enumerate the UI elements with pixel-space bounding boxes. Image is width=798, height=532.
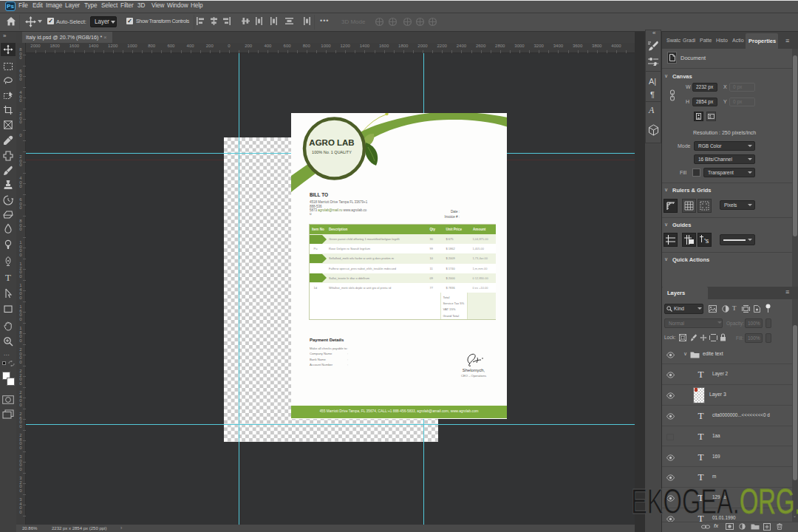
svg-text:’s: ’s (704, 237, 709, 245)
svg-text:T: T (5, 272, 11, 282)
